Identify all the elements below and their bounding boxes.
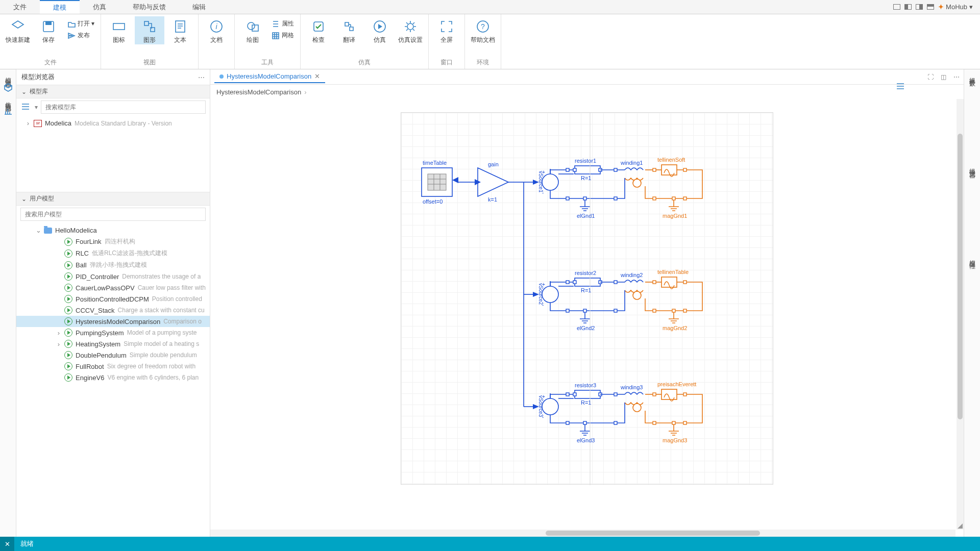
svg-rect-34: [614, 197, 617, 200]
ribbon: 快速新建 保存 打开 ▾ 发布 文件 图标 图形: [0, 14, 980, 69]
svg-rect-31: [614, 168, 617, 171]
usermodel-item-RLC[interactable]: RLC 低通RLC滤波器-拖拽式建模: [16, 247, 210, 259]
simulate-button[interactable]: 仿真: [365, 16, 395, 44]
left-strip-sim-browser[interactable]: 仿真浏览器: [4, 97, 12, 102]
diagram-label: resistor3: [575, 382, 596, 388]
tool-icon-2[interactable]: ◫: [941, 73, 946, 81]
tool-more-icon[interactable]: ⋯: [953, 73, 960, 81]
menutab-model[interactable]: 建模: [40, 0, 80, 14]
diagram-label: tellinenTable: [657, 269, 689, 275]
svg-rect-58: [683, 309, 687, 312]
usermodel-item-CauerLowPassOPV[interactable]: CauerLowPassOPV Cauer low pass filter wi…: [16, 282, 210, 293]
usermodel-search-input[interactable]: [20, 208, 206, 221]
breadcrumb[interactable]: HysteresisModelComparison›: [210, 85, 964, 99]
svg-marker-13: [378, 24, 382, 29]
svg-rect-6: [176, 21, 185, 32]
svg-rect-77: [683, 421, 687, 424]
play-icon: [64, 295, 72, 303]
draw-button[interactable]: 绘图: [238, 16, 267, 44]
resize-corner-icon[interactable]: [958, 523, 963, 529]
diagram-label: magGnd3: [663, 437, 687, 443]
svg-marker-0: [12, 21, 23, 28]
attrs-button[interactable]: 属性: [268, 18, 297, 29]
usermodel-item-DoublePendulum[interactable]: DoublePendulum Simple double pendulum: [16, 349, 210, 361]
usermodel-item-PositionControlledDCPM[interactable]: PositionControlledDCPM Position controll…: [16, 293, 210, 305]
diagram-label: winding3: [621, 384, 643, 390]
quick-new-button[interactable]: 快速新建: [3, 16, 33, 44]
usermodel-header[interactable]: ⌄用户模型: [16, 192, 210, 206]
save-button[interactable]: 保存: [34, 16, 63, 44]
fullscreen-button[interactable]: 全屏: [432, 16, 461, 44]
sim-settings-button[interactable]: 仿真设置: [396, 16, 425, 44]
horizontal-scrollbar[interactable]: [210, 530, 955, 537]
svg-point-32: [633, 179, 641, 187]
right-strip-comp-browser[interactable]: 组件浏览器: [968, 163, 976, 168]
open-button[interactable]: 打开 ▾: [64, 18, 97, 29]
left-strip-model-browser[interactable]: 模型浏览器: [4, 72, 12, 78]
text-view-button[interactable]: 文本: [165, 16, 195, 44]
close-tab-icon[interactable]: ✕: [314, 72, 320, 80]
diagram-label: elGnd3: [577, 437, 595, 443]
svg-text:?: ?: [481, 22, 485, 31]
menutab-sim[interactable]: 仿真: [80, 0, 119, 14]
filter-icon[interactable]: [20, 103, 32, 112]
menutab-help[interactable]: 帮助与反馈: [119, 0, 179, 14]
usermodel-item-CCCV_Stack[interactable]: CCCV_Stack Charge a stack with constant …: [16, 305, 210, 316]
menutab-file[interactable]: 文件: [0, 0, 40, 14]
modellib-search-input[interactable]: [41, 101, 206, 114]
grid-button[interactable]: 网格: [268, 30, 297, 41]
usermodel-item-PID_Controller[interactable]: PID_Controller Demonstrates the usage of…: [16, 271, 210, 282]
svg-text:i: i: [216, 22, 218, 31]
check-button[interactable]: 检查: [304, 16, 333, 44]
diagram-label: vSource3: [538, 395, 544, 417]
svg-rect-54: [583, 309, 586, 312]
usermodel-item-PumpingSystem[interactable]: ›PumpingSystem Model of a pumping syste: [16, 327, 210, 338]
doc-button[interactable]: i 文档: [202, 16, 231, 44]
diagram-label: timeTable: [423, 160, 447, 166]
play-icon: [64, 261, 72, 269]
brand[interactable]: ✦MoHub ▾: [938, 3, 973, 11]
svg-rect-47: [566, 281, 569, 284]
window-layout-icon-4[interactable]: [927, 4, 934, 10]
menutab-edit[interactable]: 编辑: [179, 0, 219, 14]
modellib-header[interactable]: ⌄模型库: [16, 85, 210, 98]
usermodel-item-EngineV6[interactable]: EngineV6 V6 engine with 6 cylinders, 6 p…: [16, 372, 210, 383]
play-icon: [64, 284, 72, 292]
publish-button[interactable]: 发布: [64, 30, 97, 41]
usermodel-root[interactable]: ⌄HelloModelica: [16, 225, 210, 236]
window-layout-icon-1[interactable]: [893, 4, 900, 10]
diagram-label: vSource1: [538, 171, 544, 192]
svg-rect-48: [573, 281, 576, 284]
graph-view-button[interactable]: 图形: [135, 16, 164, 44]
usermodel-item-FullRobot[interactable]: FullRobot Six degree of freedom robot wi…: [16, 361, 210, 372]
group-label-tools: 工具: [261, 57, 274, 69]
usermodel-item-HysteresisModelComparison[interactable]: HysteresisModelComparison Comparison o: [16, 316, 210, 327]
right-strip: 组件参数 组件浏览器 模型属性: [964, 69, 980, 537]
svg-rect-50: [614, 281, 617, 284]
status-bar: ✕ 就绪: [0, 537, 980, 551]
tool-icon-1[interactable]: ⛶: [927, 73, 934, 81]
usermodel-item-HeatingSystem[interactable]: ›HeatingSystem Simple model of a heating…: [16, 338, 210, 349]
modellib-root[interactable]: ›M Modelica Modelica Standard Library - …: [16, 118, 210, 129]
right-strip-comp-params[interactable]: 组件参数: [968, 72, 976, 77]
svg-rect-52: [566, 309, 569, 312]
usermodel-item-FourLink[interactable]: FourLink 四连杆机构: [16, 236, 210, 247]
svg-rect-27: [575, 166, 600, 174]
diagram-canvas[interactable]: +-+-+- timeTableoffset=0gaink=1vSource1r…: [401, 112, 773, 485]
svg-rect-35: [583, 197, 586, 200]
right-strip-model-props[interactable]: 模型属性: [968, 255, 976, 259]
help-doc-button[interactable]: ?帮助文档: [468, 16, 498, 44]
usermodel-item-Ball[interactable]: Ball 弹跳小球-拖拽式建模: [16, 259, 210, 271]
document-tab[interactable]: HysteresisModelComparison ✕: [214, 70, 325, 83]
svg-rect-28: [566, 168, 569, 171]
window-layout-icon-3[interactable]: [916, 4, 923, 10]
svg-rect-60: [672, 309, 675, 312]
translate-button[interactable]: 翻译: [334, 16, 364, 44]
vertical-scrollbar[interactable]: [957, 99, 964, 530]
svg-point-43: [542, 286, 558, 303]
svg-point-62: [542, 398, 558, 415]
icon-view-button[interactable]: 图标: [104, 16, 134, 44]
browser-more-icon[interactable]: ⋯: [198, 73, 205, 81]
status-close-icon[interactable]: ✕: [0, 537, 14, 551]
window-layout-icon-2[interactable]: [904, 4, 912, 10]
